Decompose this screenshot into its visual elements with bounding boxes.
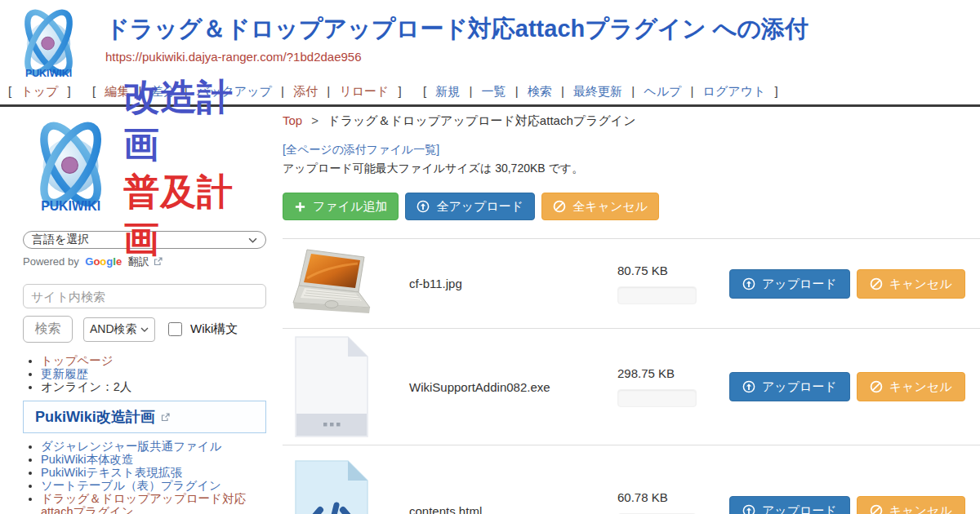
nav-attach[interactable]: 添付 [293,84,318,98]
nav-help[interactable]: ヘルプ [644,84,681,98]
nav-list[interactable]: 一覧 [482,84,506,98]
upload-label: アップロード [762,503,837,514]
all-attachments-link[interactable]: [全ページの添付ファイル一覧] [283,143,439,157]
bracket: [ [92,84,96,98]
chevron-down-icon [248,237,257,243]
wiki-syntax-checkbox[interactable] [168,322,182,336]
separator: | [561,84,564,98]
breadcrumb-separator: > [311,113,318,127]
separator: | [281,84,284,98]
logo-line-kaizou: 改造計画 [123,73,270,168]
plus-icon [294,201,306,213]
upload-label: アップロード [762,379,837,394]
header: PUKIWIKI ドラッグ＆ドロップアップロード対応attachプラグイン への… [0,0,980,80]
sidebar-item-text-ext[interactable]: PukiWikiテキスト表現拡張 [41,466,182,479]
upload-button[interactable]: アップロード [729,269,850,299]
upload-queue: cf-b11.jpg 80.75 KB アップロード [283,238,980,514]
search-mode-value: AND検索 [90,322,137,337]
upload-circle-icon [742,504,755,514]
bracket: ] [775,84,778,98]
sidebar-logo[interactable]: PUKIWIKI 改造計画 普及計画 [23,115,270,221]
file-row: WikiSupportAddin082.exe 298.75 KB [283,328,980,445]
file-actions: アップロード キャンセル [729,496,965,514]
upload-all-button[interactable]: 全アップロード [405,193,535,220]
breadcrumb: Top > ドラッグ＆ドロップアップロード対応attachプラグイン [283,113,980,129]
breadcrumb-current: ドラッグ＆ドロップアップロード対応attachプラグイン [327,113,635,127]
cancel-label: キャンセル [889,379,952,394]
cancel-button[interactable]: キャンセル [857,496,965,514]
list-item: トップページ [41,354,270,367]
add-file-label: ファイル追加 [313,199,387,214]
file-row: contents.html 60.78 KB アップロード [283,445,980,514]
file-actions: アップロード キャンセル [729,269,965,299]
file-size-cell: 80.75 KB [617,264,715,304]
cancel-button[interactable]: キャンセル [857,269,965,299]
sidebar-item-common-files[interactable]: ダジャレンジャー版共通ファイル [41,440,221,453]
html-file-icon [291,459,372,514]
sidebar-item-core-mod[interactable]: PukiWiki本体改造 [41,453,134,466]
list-item: PukiWikiテキスト表現拡張 [41,466,270,479]
upload-progress-bar [617,389,697,407]
sidebar-logo-text: 改造計画 普及計画 [123,73,270,263]
list-item: ソートテーブル（表）プラグイン [41,479,270,492]
nav-recent[interactable]: 最終更新 [573,84,622,98]
cancel-button[interactable]: キャンセル [857,372,965,401]
pukiwiki-atom-icon: PUKIWIKI [23,117,118,219]
upload-button[interactable]: アップロード [729,372,850,401]
upload-circle-icon [742,380,755,393]
pukiwiki-brand-text: PUKIWIKI [41,199,100,213]
sidebar-site-box-link[interactable]: PukiWiki改造計画 [35,409,155,425]
file-size: 60.78 KB [617,490,715,504]
file-actions: アップロード キャンセル [729,372,965,401]
nav-top[interactable]: トップ [20,84,58,98]
sidebar-site-box[interactable]: PukiWiki改造計画 [23,401,266,433]
google-letter: e [116,255,122,268]
file-size: 298.75 KB [617,366,715,380]
add-file-button[interactable]: ファイル追加 [283,193,399,220]
file-thumbnail-cell [283,459,409,514]
search-button[interactable]: 検索 [23,316,73,343]
list-item: PukiWiki本体改造 [41,453,270,466]
page-title: ドラッグ＆ドロップアップロード対応attachプラグイン への添付 [105,15,808,42]
wiki-syntax-label: Wiki構文 [190,321,238,337]
upload-circle-icon [416,200,430,213]
cancel-label: キャンセル [889,277,952,291]
upload-toolbar: ファイル追加 全アップロード 全キャンセル [283,193,980,220]
upload-button[interactable]: アップロード [729,496,850,514]
sidebar-item-top-page[interactable]: トップページ [41,354,114,367]
translate-text: 翻訳 [128,255,149,268]
file-row: cf-b11.jpg 80.75 KB アップロード [283,238,980,328]
powered-by-text: Powered by [23,255,79,268]
sidebar-item-update-history[interactable]: 更新履歴 [41,367,88,380]
list-item: ダジャレンジャー版共通ファイル [41,440,270,453]
pukiwiki-logo[interactable]: PUKIWIKI [10,7,87,85]
cancel-label: キャンセル [889,503,952,514]
page-url[interactable]: https://pukiwiki.dajya-ranger.com/?1bd2d… [105,50,808,64]
ban-icon [870,380,883,393]
online-count: オンライン：2人 [41,380,270,393]
search-mode-select[interactable]: AND検索 [83,317,155,342]
ban-icon [870,277,883,290]
language-select-value: 言語を選択 [32,233,89,247]
sidebar-page-links: ダジャレンジャー版共通ファイル PukiWiki本体改造 PukiWikiテキス… [23,440,270,514]
external-link-icon [161,413,170,422]
file-name: cf-b11.jpg [409,277,617,290]
separator: | [631,84,635,98]
pukiwiki-brand-text: PUKIWIKI [25,68,72,79]
chevron-down-icon [140,327,149,332]
generic-file-icon [291,335,372,438]
site-search-input[interactable] [23,284,266,308]
separator: | [515,84,519,98]
sidebar-item-dnd-attach[interactable]: ドラッグ＆ドロップアップロード対応attachプラグイン [41,492,246,514]
sidebar-item-sort-table[interactable]: ソートテーブル（表）プラグイン [41,479,221,492]
ban-icon [553,200,566,213]
nav-search[interactable]: 検索 [528,84,552,98]
nav-logout[interactable]: ログアウト [703,84,766,98]
cancel-all-button[interactable]: 全キャンセル [541,193,659,220]
bracket: [ [423,84,426,98]
nav-reload[interactable]: リロード [339,84,389,98]
file-thumbnail-cell [283,335,409,438]
breadcrumb-home[interactable]: Top [283,113,302,127]
separator: | [327,84,330,98]
nav-new[interactable]: 新規 [435,84,460,98]
